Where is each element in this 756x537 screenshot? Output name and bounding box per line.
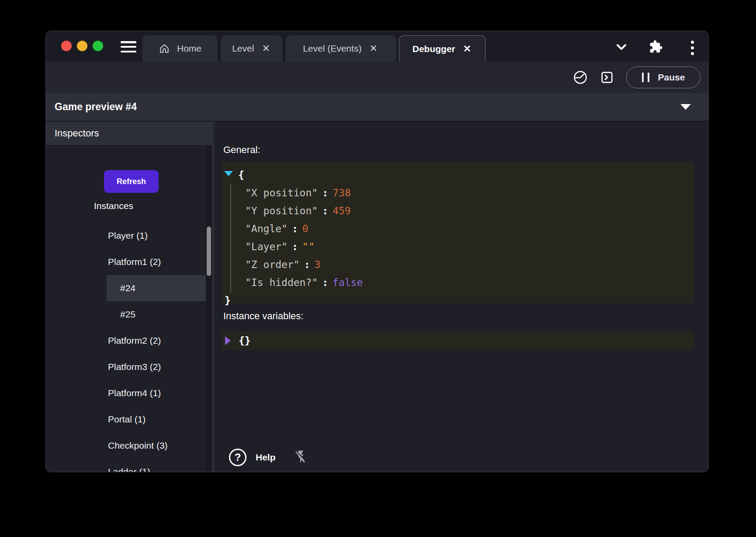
tab-home[interactable]: Home <box>142 35 218 62</box>
chevron-down-icon[interactable] <box>614 42 629 52</box>
tree-guide-line <box>230 183 231 293</box>
json-row-layer: "Layer":"" <box>222 237 694 255</box>
close-tab-icon[interactable]: ✕ <box>261 43 270 54</box>
tree-item-checkpoint[interactable]: Checkpoint (3) <box>46 432 206 459</box>
app-window: Home Level ✕ Level (Events) ✕ Debugger ✕ <box>45 31 709 472</box>
close-window-button[interactable] <box>61 41 72 51</box>
collapse-node-icon[interactable] <box>224 171 233 176</box>
variables-json-viewer: {} <box>222 331 694 349</box>
tree-item-ladder[interactable]: Ladder (1) <box>46 459 206 472</box>
json-value[interactable]: 3 <box>314 259 320 270</box>
preview-title: Game preview #4 <box>55 101 137 113</box>
json-row-z-order: "Z order":3 <box>222 255 694 273</box>
expand-node-icon[interactable] <box>225 336 231 345</box>
help-label[interactable]: Help <box>256 452 276 463</box>
json-row-angle: "Angle":0 <box>222 220 694 237</box>
sidebar-scrollbar-thumb[interactable] <box>207 227 211 276</box>
maximize-window-button[interactable] <box>93 41 103 51</box>
tab-label: Level (Events) <box>303 43 361 54</box>
json-value[interactable]: 738 <box>333 187 351 199</box>
inspector-panel: General: { "X position":738 "Y position"… <box>215 122 708 472</box>
inspectors-sidebar: Inspectors Refresh Instances Player (1) … <box>46 122 212 472</box>
titlebar: Home Level ✕ Level (Events) ✕ Debugger ✕ <box>46 31 708 62</box>
refresh-button[interactable]: Refresh <box>104 170 159 193</box>
json-value[interactable]: false <box>333 277 363 288</box>
sidebar-scrollbar-track[interactable] <box>206 146 212 472</box>
json-row-y-position: "Y position":459 <box>222 202 694 220</box>
profiler-gauge-icon[interactable] <box>573 70 588 85</box>
home-icon <box>159 43 170 54</box>
tree-item-platform2[interactable]: Platform2 (2) <box>46 328 206 354</box>
instances-tree: Player (1) Platform1 (2) #24 #25 Platfor… <box>46 223 206 472</box>
preview-selector[interactable]: Game preview #4 <box>46 93 708 122</box>
json-value[interactable]: 0 <box>302 223 309 234</box>
collapsed-object: {} <box>239 335 251 346</box>
open-brace: { <box>238 169 244 181</box>
tree-item-platform4[interactable]: Platform4 (1) <box>46 380 206 406</box>
close-brace: } <box>225 295 231 306</box>
tab-debugger[interactable]: Debugger ✕ <box>399 35 486 62</box>
close-tab-icon[interactable]: ✕ <box>368 43 378 54</box>
tree-item-player[interactable]: Player (1) <box>46 223 206 249</box>
inspectors-body: Refresh Instances Player (1) Platform1 (… <box>46 146 212 472</box>
tree-item-platform3[interactable]: Platform3 (2) <box>46 354 206 380</box>
instances-root-item[interactable]: Instances <box>94 201 133 211</box>
inspectors-title: Inspectors <box>55 128 99 139</box>
close-tab-icon[interactable]: ✕ <box>462 43 472 55</box>
general-section-label: General: <box>223 144 260 156</box>
minimize-window-button[interactable] <box>77 41 87 51</box>
tree-item-instance-25[interactable]: #25 <box>46 301 206 328</box>
general-json-viewer: { "X position":738 "Y position":459 "Ang… <box>222 162 694 303</box>
desktop-background: Home Level ✕ Level (Events) ✕ Debugger ✕ <box>0 0 756 537</box>
json-row-is-hidden: "Is hidden?":false <box>222 273 694 291</box>
json-row-x-position: "X position":738 <box>222 184 694 202</box>
tab-level-events[interactable]: Level (Events) ✕ <box>285 35 396 62</box>
pause-button[interactable]: Pause <box>626 66 701 88</box>
json-value[interactable]: 459 <box>333 205 351 216</box>
help-row: ? Help <box>229 449 308 466</box>
tab-bar: Home Level ✕ Level (Events) ✕ Debugger ✕ <box>142 35 486 62</box>
tab-level[interactable]: Level ✕ <box>221 35 282 62</box>
inspectors-header: Inspectors <box>46 122 212 146</box>
json-value[interactable]: "" <box>302 241 315 252</box>
tree-item-portal[interactable]: Portal (1) <box>46 406 206 432</box>
console-icon[interactable] <box>600 70 614 84</box>
more-options-icon[interactable] <box>688 40 697 56</box>
flash-off-icon[interactable] <box>293 449 308 466</box>
dropdown-arrow-icon <box>680 104 691 110</box>
instance-variables-label: Instance variables: <box>223 310 303 322</box>
debugger-content: Inspectors Refresh Instances Player (1) … <box>46 122 708 472</box>
pause-label: Pause <box>658 72 685 83</box>
help-icon[interactable]: ? <box>229 449 246 466</box>
tab-label: Debugger <box>413 44 455 54</box>
tree-item-instance-24[interactable]: #24 <box>107 275 206 301</box>
tab-label: Level <box>232 43 254 54</box>
pause-icon <box>642 73 649 82</box>
tree-item-platform1[interactable]: Platform1 (2) <box>46 249 206 275</box>
menu-icon[interactable] <box>121 41 136 52</box>
tab-label: Home <box>177 43 201 54</box>
extensions-puzzle-icon[interactable] <box>649 40 663 54</box>
debugger-toolbar: Pause <box>46 62 708 93</box>
window-controls <box>61 41 103 51</box>
